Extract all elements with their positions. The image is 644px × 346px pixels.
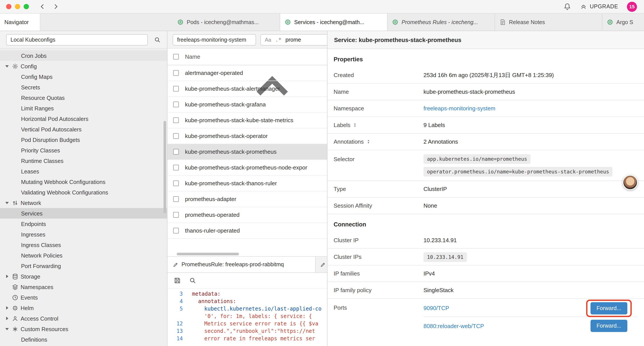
sidebar-item[interactable]: Config — [0, 61, 167, 71]
sidebar-item[interactable]: Horizontal Pod Autoscalers — [0, 113, 167, 124]
row-checkbox[interactable] — [173, 212, 179, 218]
yaml-editor[interactable]: 3 metadata: 4 annotations: 5 kubectl.kub… — [168, 289, 327, 346]
sidebar-item[interactable]: Resource Quotas — [0, 92, 167, 103]
expand-updown-icon[interactable] — [366, 139, 371, 145]
window-controls — [6, 4, 29, 9]
close-drawer-icon[interactable] — [630, 36, 638, 43]
select-all-checkbox[interactable] — [173, 54, 179, 59]
row-checkbox[interactable] — [173, 165, 179, 170]
forward-button[interactable]: Forward... — [590, 320, 627, 332]
row-checkbox[interactable] — [173, 70, 179, 76]
close-tab-icon[interactable] — [377, 19, 383, 25]
type-label: Type — [334, 186, 346, 192]
sidebar-item[interactable]: Config Maps — [0, 71, 167, 82]
sidebar-item[interactable]: Ingresses — [0, 229, 167, 240]
sidebar-item[interactable]: Mutating Webhook Configurations — [0, 177, 167, 187]
row-checkbox[interactable] — [173, 180, 179, 186]
sidebar-item[interactable]: Storage — [0, 271, 167, 282]
sidebar-item[interactable]: Limit Ranges — [0, 103, 167, 113]
table-row[interactable]: kube-prometheus-stack-prometheus — [168, 144, 327, 160]
sidebar-item[interactable]: Priority Classes — [0, 145, 167, 155]
sort-ascending-icon[interactable] — [206, 54, 212, 59]
editor-tab[interactable]: Prometheus Rules - icecheng... — [388, 13, 495, 31]
sidebar-item[interactable]: Helm — [0, 303, 167, 313]
sidebar-item[interactable]: Custom Resources — [0, 324, 167, 334]
search-input[interactable]: Aa .* prome — [260, 34, 327, 45]
table-row[interactable]: kube-prometheus-stack-thanos-ruler — [168, 176, 327, 191]
close-window-button[interactable] — [6, 4, 12, 9]
sidebar-item[interactable]: Cron Jobs — [0, 50, 167, 61]
editor-line: 14 error rate in freeleaps metrics ser — [168, 335, 327, 343]
namespace-select[interactable]: freeleaps-monitoring-system — [173, 34, 256, 45]
sidebar-item[interactable]: Network — [0, 198, 167, 208]
delete-trash-icon[interactable] — [616, 36, 624, 43]
regex-toggle[interactable]: .* — [275, 36, 282, 43]
row-checkbox[interactable] — [173, 196, 179, 202]
editor-search-icon[interactable] — [189, 277, 196, 284]
row-checkbox[interactable] — [173, 86, 179, 91]
annotations-value: 2 Annotations — [424, 138, 638, 145]
forward-arrow-icon[interactable] — [52, 3, 60, 10]
row-checkbox[interactable] — [173, 117, 179, 123]
sidebar-item[interactable]: Vertical Pod Autoscalers — [0, 124, 167, 134]
table-row[interactable]: kube-prometheus-stack-operator — [168, 128, 327, 144]
sidebar-item[interactable]: Access Control — [0, 313, 167, 324]
sidebar-item[interactable]: Definitions — [0, 334, 167, 345]
sidebar-item[interactable]: Secrets — [0, 82, 167, 92]
save-icon[interactable] — [174, 277, 181, 284]
sidebar-item[interactable]: Pod Disruption Budgets — [0, 134, 167, 145]
editor-tab[interactable]: Pods - icecheng@mathmas... — [173, 13, 280, 31]
sidebar-item[interactable]: Endpoints — [0, 219, 167, 229]
notifications-bell-icon[interactable] — [564, 3, 572, 10]
sidebar-item[interactable]: Events — [0, 292, 167, 303]
zoom-window-button[interactable] — [24, 4, 29, 9]
upgrade-button[interactable]: UPGRADE — [580, 3, 618, 10]
sidebar-item[interactable]: Validating Webhook Configurations — [0, 187, 167, 198]
row-checkbox[interactable] — [173, 149, 179, 155]
sidebar-search-icon[interactable] — [154, 36, 161, 43]
port-link-8080[interactable]: 8080:reloader-web/TCP — [424, 323, 484, 329]
edit-pencil-icon[interactable] — [603, 36, 610, 43]
tab-label: Pods - icecheng@mathmas... — [187, 19, 259, 25]
table-row[interactable]: kube-prometheus-stack-kube-state-metrics — [168, 113, 327, 128]
service-name: kube-prometheus-stack-kube-state-metrics — [185, 117, 293, 123]
row-checkbox[interactable] — [173, 102, 179, 107]
sidebar-item[interactable]: Namespaces — [0, 282, 167, 292]
tree-chevron-icon — [4, 316, 10, 321]
editor-tab[interactable]: Argo S — [602, 13, 644, 31]
namespace-link[interactable]: freeleaps-monitoring-system — [424, 105, 496, 112]
table-row[interactable]: alertmanager-operated — [168, 65, 327, 81]
sidebar-scrollbar[interactable] — [164, 121, 166, 213]
table-row[interactable]: kube-prometheus-stack-prometheus-node-ex… — [168, 160, 327, 176]
sidebar-item[interactable]: Ingress Classes — [0, 240, 167, 250]
labels-value: 9 Labels — [424, 122, 638, 128]
editor-tab[interactable]: Release Notes — [495, 13, 602, 31]
row-checkbox[interactable] — [173, 228, 179, 233]
dock-tab-next-partial[interactable] — [316, 257, 328, 272]
table-row[interactable]: kube-prometheus-stack-alertmanager — [168, 81, 327, 97]
notification-count-badge[interactable]: 15 — [627, 1, 637, 11]
kubeconfig-select[interactable]: Local Kubeconfigs — [6, 34, 148, 45]
table-row[interactable]: prometheus-adapter — [168, 191, 327, 207]
row-checkbox[interactable] — [173, 133, 179, 139]
sidebar-item[interactable]: Network Policies — [0, 250, 167, 261]
user-avatar[interactable] — [622, 175, 638, 190]
sidebar-item[interactable]: Services — [0, 208, 167, 219]
tree-chevron-icon — [4, 326, 10, 332]
table-row[interactable]: prometheus-operated — [168, 207, 327, 223]
back-arrow-icon[interactable] — [38, 3, 46, 10]
expand-updown-icon[interactable] — [353, 122, 358, 128]
sidebar-item[interactable]: Leases — [0, 166, 167, 177]
dock-tab-prometheusrule[interactable]: PrometheusRule: freeleaps-prod-rabbitmq — [168, 257, 316, 272]
table-row[interactable]: thanos-ruler-operated — [168, 223, 327, 239]
editor-tab[interactable]: Services - icecheng@math... — [280, 13, 388, 31]
match-case-toggle[interactable]: Aa — [265, 36, 271, 43]
port-link-9090[interactable]: 9090/TCP — [424, 305, 449, 311]
table-row[interactable]: kube-prometheus-stack-grafana — [168, 97, 327, 113]
name-column-header[interactable]: Name — [185, 53, 200, 60]
minimize-window-button[interactable] — [15, 4, 20, 9]
sidebar-item[interactable]: Port Forwarding — [0, 261, 167, 271]
sidebar-item[interactable]: Runtime Classes — [0, 155, 167, 166]
horizontal-scrollbar[interactable] — [177, 253, 239, 255]
forward-button[interactable]: Forward... — [590, 302, 627, 314]
